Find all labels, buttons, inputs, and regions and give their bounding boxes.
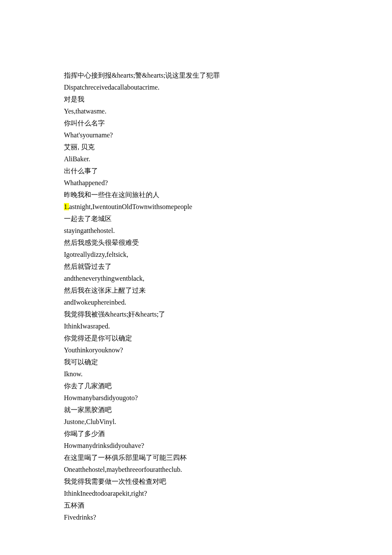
transcript-line: Howmanybarsdidyougoto?: [64, 392, 328, 404]
transcript-line: Yes,thatwasme.: [64, 105, 328, 117]
transcript-line: 对是我: [64, 93, 328, 105]
transcript-line: andtheneverythingwentblack,: [64, 273, 328, 285]
transcript-line: AliBaker.: [64, 153, 328, 165]
transcript-line: Oneatthehostel,maybethreeorfourattheclub…: [64, 464, 328, 476]
transcript-line: 我觉得我需要做一次性侵检查对吧: [64, 476, 328, 488]
transcript-line: Justone,ClubVinyl.: [64, 416, 328, 428]
transcript-line: 然后就昏过去了: [64, 261, 328, 273]
transcript-line: 你去了几家酒吧: [64, 380, 328, 392]
transcript-line: 然后我感觉头很晕很难受: [64, 237, 328, 249]
transcript-line: Igotreallydizzy,feltsick,: [64, 249, 328, 261]
transcript-line: 我可以确定: [64, 356, 328, 368]
transcript-line: 你叫什么名字: [64, 117, 328, 129]
line-remainder: astnight,IwentoutinOldTownwithsomepeople: [69, 203, 192, 210]
transcript-line: 昨晚我和一些住在这间旅社的人: [64, 189, 328, 201]
transcript-line: 在这里喝了一杯俱乐部里喝了可能三四杯: [64, 452, 328, 464]
transcript-line: IthinkIneedtodoarapekit,right?: [64, 488, 328, 500]
transcript-line: 就一家黑胶酒吧: [64, 404, 328, 416]
transcript-line: Iknow.: [64, 368, 328, 380]
transcript-line: Howmanydrinksdidyouhave?: [64, 440, 328, 452]
document-page: 指挥中心接到报&hearts;警&hearts;说这里发生了犯罪Dispatch…: [0, 0, 392, 555]
transcript-line: 指挥中心接到报&hearts;警&hearts;说这里发生了犯罪: [64, 70, 328, 81]
transcript-line: 你喝了多少酒: [64, 428, 328, 440]
transcript-line: Fivedrinks?: [64, 511, 328, 523]
transcript-line: Dispatchreceivedacallaboutacrime.: [64, 81, 328, 93]
transcript-line: Whathappened?: [64, 177, 328, 189]
transcript-line: 我觉得我被强&hearts;奸&hearts;了: [64, 308, 328, 320]
transcript-body: 指挥中心接到报&hearts;警&hearts;说这里发生了犯罪Dispatch…: [64, 70, 328, 523]
transcript-line: 一起去了老城区: [64, 213, 328, 225]
transcript-line: stayingatthehostel.: [64, 225, 328, 237]
transcript-line: 艾丽, 贝克: [64, 141, 328, 153]
highlighted-text: 1.: [64, 203, 69, 210]
transcript-line: 出什么事了: [64, 165, 328, 177]
transcript-line: Youthinkoryouknow?: [64, 344, 328, 356]
transcript-line: 然后我在这张床上醒了过来: [64, 285, 328, 296]
transcript-line: 1.astnight,IwentoutinOldTownwithsomepeop…: [64, 201, 328, 213]
transcript-line: What'syourname?: [64, 129, 328, 141]
transcript-line: IthinkIwasraped.: [64, 320, 328, 332]
transcript-line: 五杯酒: [64, 500, 328, 511]
transcript-line: 你觉得还是你可以确定: [64, 332, 328, 344]
transcript-line: andIwokeuphereinbed.: [64, 296, 328, 308]
